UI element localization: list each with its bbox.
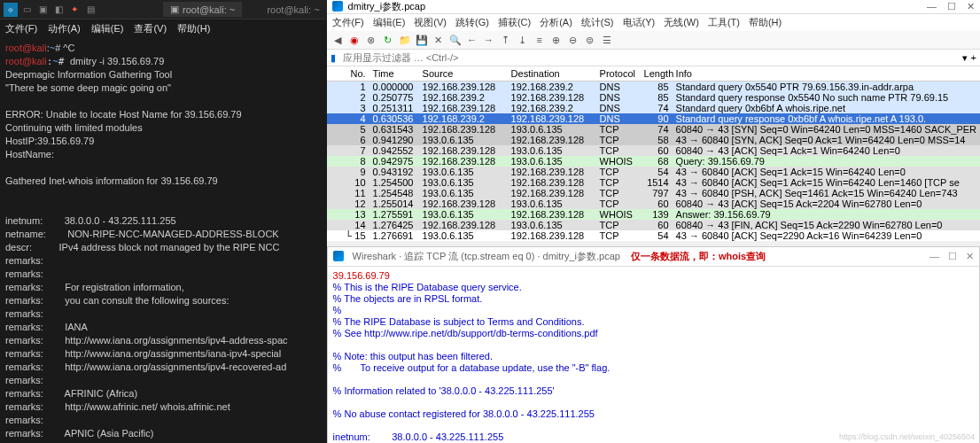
toolbar-icon[interactable]: 💾 [415, 33, 429, 47]
minimize-icon[interactable]: — [927, 1, 937, 12]
response-text: % This is the RIPE Database query servic… [333, 282, 611, 443]
menu-help[interactable]: 帮助(H) [177, 22, 210, 35]
packet-row[interactable]: 50.631543192.168.239.128193.0.6.135TCP74… [327, 124, 980, 135]
toolbar-icon[interactable]: ⊜ [583, 33, 597, 47]
wireshark-toolbar: ◀ ◉ ⊗ ↻ 📁 💾 ✕ 🔍 ← → ⤒ ⤓ ≡ ⊕ ⊖ ⊜ ☰ [327, 31, 980, 50]
header-info[interactable]: Info [673, 67, 980, 80]
packet-row[interactable]: 111.254548193.0.6.135192.168.239.128TCP7… [327, 188, 980, 198]
app-icon[interactable]: ▣ [35, 3, 50, 17]
terminal-menu: 文件(F) 动作(A) 编辑(E) 查看(V) 帮助(H) [0, 19, 327, 38]
packet-row[interactable]: 70.942552192.168.239.128193.0.6.135TCP60… [327, 145, 980, 156]
toolbar-icon[interactable]: → [482, 33, 496, 47]
window-controls: — ☐ ✕ [927, 1, 975, 12]
wireshark-title: dmitry_i参数.pcap [348, 0, 425, 13]
close-icon[interactable]: ✕ [966, 251, 974, 262]
app-icon[interactable]: ✦ [67, 3, 82, 17]
packet-row[interactable]: 131.275591193.0.6.135192.168.239.128WHOI… [327, 209, 980, 220]
packet-row[interactable]: 121.255014192.168.239.128193.0.6.135TCP6… [327, 198, 980, 209]
app-icon[interactable]: ⟐ [4, 3, 18, 17]
app-icon[interactable]: ▭ [19, 3, 34, 17]
toolbar-icon[interactable]: ↻ [381, 33, 395, 47]
app-icon[interactable]: ◧ [51, 3, 66, 17]
window-controls: — ☐ ✕ [929, 251, 974, 262]
menu-view[interactable]: 查看(V) [134, 22, 167, 35]
packet-row[interactable]: 30.251311192.168.239.128192.168.239.2DNS… [327, 103, 980, 113]
toolbar-icon[interactable]: ⊗ [364, 33, 378, 47]
maximize-icon[interactable]: ☐ [947, 1, 956, 12]
packet-row[interactable]: 20.250775192.168.239.2192.168.239.128DNS… [327, 92, 980, 103]
toolbar-icon[interactable]: ⤒ [499, 33, 513, 47]
terminal-pane: ⟐ ▭ ▣ ◧ ✦ ▤ ▣ root@kali: ~ root@kali: ~ … [0, 0, 327, 443]
toolbar-icon[interactable]: ⊕ [549, 33, 564, 47]
tab-label: root@kali: ~ [183, 4, 235, 15]
wireshark-pane: dmitry_i参数.pcap — ☐ ✕ 文件(F) 编辑(E) 视图(V) … [327, 0, 980, 443]
packet-row[interactable]: 101.254500193.0.6.135192.168.239.128TCP1… [327, 177, 980, 188]
filter-input[interactable] [339, 51, 959, 64]
toolbar-icon[interactable]: 🔍 [448, 33, 463, 47]
wireshark-menu: 文件(F) 编辑(E) 视图(V) 跳转(G) 捕获(C) 分析(A) 统计(S… [327, 14, 980, 31]
toolbar-icon[interactable]: ≡ [533, 33, 547, 47]
menu-item[interactable]: 帮助(H) [749, 16, 782, 29]
toolbar-icon[interactable]: ☰ [600, 33, 614, 47]
toolbar-icon[interactable]: 📁 [398, 33, 412, 47]
menu-item[interactable]: 电话(Y) [623, 16, 656, 29]
toolbar-icon[interactable]: ← [465, 33, 479, 47]
packet-row[interactable]: 40.630536192.168.239.2192.168.239.128DNS… [327, 113, 980, 124]
close-icon[interactable]: ✕ [967, 1, 975, 12]
packet-row[interactable]: 90.943192193.0.6.135192.168.239.128TCP54… [327, 167, 980, 177]
filter-bar: ▮ ▾ + [327, 50, 980, 66]
taskbar-icons: ⟐ ▭ ▣ ◧ ✦ ▤ [0, 3, 101, 17]
toolbar-icon[interactable]: ✕ [432, 33, 446, 47]
toolbar-icon[interactable]: ⤓ [516, 33, 530, 47]
menu-item[interactable]: 编辑(E) [373, 16, 406, 29]
menu-item[interactable]: 工具(T) [708, 16, 740, 29]
toolbar-icon[interactable]: ◉ [347, 33, 362, 47]
app-icon[interactable]: ▤ [83, 3, 97, 17]
stream-content[interactable]: 39.156.69.79 % This is the RIPE Database… [328, 267, 979, 443]
terminal-output[interactable]: root@kali:~# ^C root@kali:~# dmitry -i 3… [0, 38, 327, 443]
expression-icon[interactable]: ▾ [962, 52, 968, 64]
toolbar-icon[interactable]: ◀ [331, 33, 345, 47]
annotation-text: 仅一条数据流，即：whois查询 [631, 250, 766, 263]
watermark: https://blog.csdn.net/weixin_40256504 [839, 432, 975, 441]
packet-row[interactable]: 10.000000192.168.239.128192.168.239.2DNS… [327, 82, 980, 92]
menu-edit[interactable]: 编辑(E) [91, 22, 124, 35]
minimize-icon[interactable]: — [929, 251, 939, 262]
command-text: dmitry -i 39.156.69.79 [70, 56, 164, 66]
plus-icon[interactable]: + [971, 52, 976, 63]
packet-row[interactable]: 141.276425192.168.239.128193.0.6.135TCP6… [327, 220, 980, 230]
menu-item[interactable]: 跳转(G) [455, 16, 489, 29]
packet-row[interactable]: 60.941290193.0.6.135192.168.239.128TCP58… [327, 135, 980, 145]
wireshark-icon [333, 251, 346, 263]
terminal-icon: ▣ [170, 4, 179, 15]
output-text: Deepmagic Information Gathering Tool "Th… [5, 69, 288, 439]
header-protocol[interactable]: Protocol [596, 67, 641, 80]
packet-row[interactable]: 80.942975192.168.239.128193.0.6.135WHOIS… [327, 156, 980, 167]
menu-item[interactable]: 文件(F) [332, 16, 364, 29]
prompt-user: root@kali [5, 43, 47, 53]
toolbar-icon[interactable]: ⊖ [566, 33, 580, 47]
menu-item[interactable]: 无线(W) [664, 16, 699, 29]
packet-list[interactable]: 10.000000192.168.239.128192.168.239.2DNS… [327, 82, 980, 241]
menu-item[interactable]: 捕获(C) [498, 16, 531, 29]
header-source[interactable]: Source [419, 67, 508, 80]
header-destination[interactable]: Destination [508, 67, 596, 80]
header-time[interactable]: Time [369, 67, 419, 80]
filter-icon[interactable]: ▮ [331, 52, 336, 64]
window-title: root@kali: ~ [260, 3, 326, 17]
query-text: 39.156.69.79 [333, 270, 390, 281]
prompt-path: ~ [52, 56, 58, 66]
menu-item[interactable]: 统计(S) [581, 16, 614, 29]
header-length[interactable]: Length [641, 67, 673, 80]
menu-action[interactable]: 动作(A) [48, 22, 81, 35]
menu-item[interactable]: 视图(V) [414, 16, 447, 29]
prompt-user: root@kali [5, 56, 47, 66]
menu-item[interactable]: 分析(A) [540, 16, 572, 29]
terminal-tab[interactable]: ▣ root@kali: ~ [163, 2, 242, 17]
wireshark-titlebar: dmitry_i参数.pcap — ☐ ✕ [327, 0, 980, 14]
menu-file[interactable]: 文件(F) [5, 22, 37, 35]
header-no[interactable]: No. [327, 67, 369, 80]
packet-headers: No. Time Source Destination Protocol Len… [327, 66, 980, 82]
packet-row[interactable]: └ 151.276691193.0.6.135192.168.239.128TC… [327, 230, 980, 241]
maximize-icon[interactable]: ☐ [948, 251, 957, 262]
